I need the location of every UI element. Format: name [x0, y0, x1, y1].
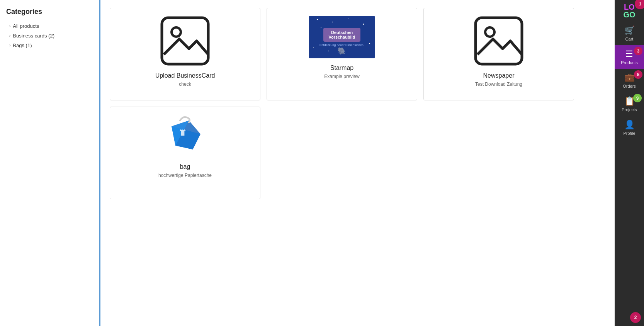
product-desc: check — [179, 82, 191, 87]
product-image — [160, 16, 210, 66]
product-desc: Example preview — [324, 74, 359, 79]
profile-icon: 👤 — [624, 120, 635, 130]
nav-item-label: Orders — [623, 84, 636, 88]
nav-item-cart[interactable]: 🛒 Cart — [615, 22, 644, 45]
sidebar-item-label: Bags (1) — [13, 42, 32, 48]
sidebar-item-all-products[interactable]: › All products — [6, 21, 93, 31]
product-desc: hochwertige Papiertasche — [158, 173, 212, 178]
nav-item-orders[interactable]: 5 💼 Orders — [615, 69, 644, 92]
product-desc: Test Download Zeitung — [475, 82, 522, 87]
svg-point-3 — [485, 27, 494, 37]
product-name: Upload BusinessCard — [155, 72, 215, 79]
chevron-icon: › — [9, 43, 10, 48]
bottom-area: 2 — [615, 307, 644, 326]
products-icon: ☰ — [625, 49, 633, 59]
chevron-icon: › — [9, 34, 10, 38]
logo[interactable]: LO GO 1 — [615, 0, 644, 22]
bottom-badge-2: 2 — [630, 312, 641, 323]
nav-badge-3: 3 — [634, 47, 642, 55]
main-content: Upload BusinessCard check Deu — [100, 0, 615, 326]
logo-go: GO — [623, 10, 635, 19]
nav-item-label: Products — [621, 60, 637, 65]
nav-badge-5: 5 — [634, 70, 642, 79]
product-image — [164, 115, 206, 157]
product-image — [474, 16, 524, 66]
product-card-newspaper[interactable]: Newspaper Test Download Zeitung — [423, 8, 574, 100]
product-name: Starmap — [330, 65, 353, 71]
nav-badge-9: 9 — [633, 94, 642, 102]
logo-text: LO GO — [623, 3, 635, 19]
sidebar-item-business-cards[interactable]: › Business cards (2) — [6, 31, 93, 41]
orders-icon: 💼 — [624, 73, 635, 83]
sidebar-item-label: All products — [13, 23, 39, 29]
categories-title: Categories — [6, 8, 93, 16]
svg-rect-0 — [162, 18, 208, 64]
nav-badge-1: 1 — [635, 0, 644, 9]
sidebar: Categories › All products › Business car… — [0, 0, 100, 326]
right-nav: LO GO 1 🛒 Cart 3 ☰ Products 5 💼 Orders 9… — [615, 0, 644, 326]
svg-point-1 — [172, 27, 181, 37]
product-name: Newspaper — [483, 72, 515, 79]
product-image: Deutschen Vorschaubild Entdeckung neuer … — [309, 16, 375, 58]
nav-item-label: Cart — [625, 37, 634, 41]
logo-lo: LO — [624, 3, 635, 11]
nav-item-label: Profile — [623, 131, 635, 136]
sidebar-item-label: Business cards (2) — [13, 33, 54, 39]
cart-icon: 🛒 — [624, 25, 635, 36]
product-card-upload-businesscard[interactable]: Upload BusinessCard check — [110, 8, 260, 100]
sidebar-item-bags[interactable]: › Bags (1) — [6, 41, 93, 50]
nav-item-profile[interactable]: 👤 Profile — [615, 116, 644, 139]
product-card-starmap[interactable]: Deutschen Vorschaubild Entdeckung neuer … — [267, 8, 417, 100]
product-grid: Upload BusinessCard check Deu — [110, 8, 605, 199]
chevron-icon: › — [9, 24, 10, 28]
svg-rect-2 — [476, 18, 522, 64]
product-card-bag[interactable]: bag hochwertige Papiertasche — [110, 107, 260, 199]
product-name: bag — [180, 163, 190, 170]
nav-item-products[interactable]: 3 ☰ Products — [615, 45, 644, 69]
nav-item-projects[interactable]: 9 📋 Projects — [615, 92, 644, 116]
nav-item-label: Projects — [622, 107, 637, 112]
